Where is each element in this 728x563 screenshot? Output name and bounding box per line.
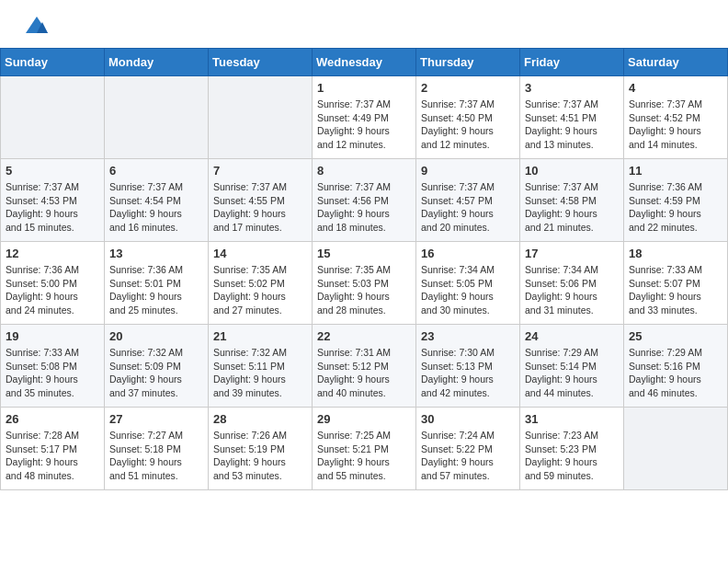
day-info: Sunrise: 7:28 AMSunset: 5:17 PMDaylight:… — [6, 429, 99, 483]
day-cell-15: 15Sunrise: 7:35 AMSunset: 5:03 PMDayligh… — [313, 242, 416, 325]
day-info: Sunrise: 7:31 AMSunset: 5:12 PMDaylight:… — [317, 346, 411, 400]
week-row-3: 12Sunrise: 7:36 AMSunset: 5:00 PMDayligh… — [1, 242, 728, 325]
week-row-4: 19Sunrise: 7:33 AMSunset: 5:08 PMDayligh… — [1, 325, 728, 408]
week-row-5: 26Sunrise: 7:28 AMSunset: 5:17 PMDayligh… — [1, 408, 728, 490]
empty-cell — [209, 76, 313, 159]
day-info-line: Sunrise: 7:37 AM — [109, 180, 203, 194]
day-info: Sunrise: 7:33 AMSunset: 5:07 PMDaylight:… — [629, 263, 722, 317]
day-info: Sunrise: 7:37 AMSunset: 4:58 PMDaylight:… — [525, 180, 619, 235]
day-info: Sunrise: 7:34 AMSunset: 5:06 PMDaylight:… — [525, 263, 619, 317]
day-info-line: Sunset: 4:57 PM — [421, 194, 515, 208]
day-info-line: Sunrise: 7:27 AM — [109, 429, 203, 442]
day-number: 12 — [6, 247, 99, 260]
day-info: Sunrise: 7:29 AMSunset: 5:14 PMDaylight:… — [525, 346, 619, 400]
day-info-line: and 44 minutes. — [525, 386, 619, 400]
day-number: 26 — [6, 412, 99, 426]
day-info-line: Sunrise: 7:26 AM — [213, 429, 307, 442]
day-info: Sunrise: 7:36 AMSunset: 5:01 PMDaylight:… — [109, 263, 203, 317]
day-info: Sunrise: 7:37 AMSunset: 4:52 PMDaylight:… — [629, 98, 722, 152]
day-info-line: Sunrise: 7:37 AM — [525, 98, 619, 111]
day-info-line: and 24 minutes. — [6, 304, 99, 317]
day-cell-4: 4Sunrise: 7:37 AMSunset: 4:52 PMDaylight… — [624, 76, 728, 159]
day-info-line: and 46 minutes. — [629, 386, 722, 400]
day-info: Sunrise: 7:37 AMSunset: 4:57 PMDaylight:… — [421, 180, 515, 235]
day-info-line: Daylight: 9 hours — [109, 455, 203, 469]
day-number: 7 — [213, 164, 307, 178]
day-info-line: Sunset: 5:22 PM — [421, 442, 515, 456]
day-info-line: Sunset: 5:00 PM — [6, 277, 99, 291]
day-cell-17: 17Sunrise: 7:34 AMSunset: 5:06 PMDayligh… — [520, 242, 624, 325]
day-info-line: Sunset: 5:11 PM — [213, 360, 307, 373]
week-row-2: 5Sunrise: 7:37 AMSunset: 4:53 PMDaylight… — [1, 159, 728, 242]
day-info-line: Sunrise: 7:23 AM — [525, 429, 619, 442]
day-info-line: and 12 minutes. — [317, 138, 411, 152]
day-info-line: and 30 minutes. — [421, 304, 515, 317]
day-info-line: Daylight: 9 hours — [421, 124, 515, 138]
day-info: Sunrise: 7:29 AMSunset: 5:16 PMDaylight:… — [629, 346, 722, 400]
logo — [20, 17, 50, 39]
day-info-line: and 35 minutes. — [6, 386, 99, 400]
day-info: Sunrise: 7:35 AMSunset: 5:03 PMDaylight:… — [317, 263, 411, 317]
day-info-line: and 40 minutes. — [317, 386, 411, 400]
day-info-line: Sunrise: 7:32 AM — [109, 346, 203, 360]
day-info-line: Sunset: 5:09 PM — [109, 360, 203, 373]
day-number: 31 — [525, 412, 619, 426]
day-info-line: and 28 minutes. — [317, 304, 411, 317]
day-info-line: and 27 minutes. — [213, 304, 307, 317]
day-cell-23: 23Sunrise: 7:30 AMSunset: 5:13 PMDayligh… — [416, 325, 520, 408]
day-info-line: Daylight: 9 hours — [6, 290, 99, 304]
day-info: Sunrise: 7:24 AMSunset: 5:22 PMDaylight:… — [421, 429, 515, 483]
day-number: 14 — [213, 247, 307, 260]
day-info-line: Sunset: 5:14 PM — [525, 360, 619, 373]
day-info-line: Daylight: 9 hours — [213, 373, 307, 386]
day-info-line: and 31 minutes. — [525, 304, 619, 317]
day-info-line: and 33 minutes. — [629, 304, 722, 317]
day-info-line: Daylight: 9 hours — [421, 373, 515, 386]
empty-cell — [105, 76, 209, 159]
day-info-line: Sunset: 5:01 PM — [109, 277, 203, 291]
day-number: 3 — [525, 81, 619, 95]
day-cell-10: 10Sunrise: 7:37 AMSunset: 4:58 PMDayligh… — [520, 159, 624, 242]
weekday-header-tuesday: Tuesday — [209, 49, 313, 76]
day-number: 24 — [525, 329, 619, 343]
day-info-line: Sunset: 4:59 PM — [629, 194, 722, 208]
day-number: 17 — [525, 247, 619, 260]
day-info-line: Sunset: 4:49 PM — [317, 111, 411, 125]
day-cell-16: 16Sunrise: 7:34 AMSunset: 5:05 PMDayligh… — [416, 242, 520, 325]
weekday-header-wednesday: Wednesday — [313, 49, 416, 76]
day-info-line: Sunset: 5:23 PM — [525, 442, 619, 456]
day-number: 23 — [421, 329, 515, 343]
day-info-line: Sunset: 5:03 PM — [317, 277, 411, 291]
day-info-line: and 13 minutes. — [525, 138, 619, 152]
day-info-line: Sunset: 5:17 PM — [6, 442, 99, 456]
day-info-line: Daylight: 9 hours — [421, 290, 515, 304]
day-number: 18 — [629, 247, 722, 260]
day-cell-30: 30Sunrise: 7:24 AMSunset: 5:22 PMDayligh… — [416, 408, 520, 490]
day-info-line: and 55 minutes. — [317, 469, 411, 483]
day-info-line: Sunrise: 7:28 AM — [6, 429, 99, 442]
day-number: 27 — [109, 412, 203, 426]
day-cell-28: 28Sunrise: 7:26 AMSunset: 5:19 PMDayligh… — [209, 408, 313, 490]
day-number: 5 — [6, 164, 99, 178]
day-info-line: and 37 minutes. — [109, 386, 203, 400]
day-cell-5: 5Sunrise: 7:37 AMSunset: 4:53 PMDaylight… — [1, 159, 105, 242]
day-info-line: Sunset: 4:50 PM — [421, 111, 515, 125]
day-info-line: Sunrise: 7:33 AM — [6, 346, 99, 360]
day-info-line: Daylight: 9 hours — [6, 373, 99, 386]
day-number: 8 — [317, 164, 411, 178]
day-info-line: Daylight: 9 hours — [317, 207, 411, 221]
day-info: Sunrise: 7:33 AMSunset: 5:08 PMDaylight:… — [6, 346, 99, 400]
day-info-line: and 53 minutes. — [213, 469, 307, 483]
day-info-line: Sunrise: 7:35 AM — [317, 263, 411, 277]
day-number: 22 — [317, 329, 411, 343]
day-info-line: Sunset: 5:19 PM — [213, 442, 307, 456]
day-info-line: Daylight: 9 hours — [317, 124, 411, 138]
day-info-line: and 16 minutes. — [109, 221, 203, 235]
day-info-line: and 21 minutes. — [525, 221, 619, 235]
day-number: 2 — [421, 81, 515, 95]
day-info-line: Sunrise: 7:29 AM — [629, 346, 722, 360]
day-cell-22: 22Sunrise: 7:31 AMSunset: 5:12 PMDayligh… — [313, 325, 416, 408]
day-info-line: and 48 minutes. — [6, 469, 99, 483]
day-info-line: Daylight: 9 hours — [525, 124, 619, 138]
day-info-line: Daylight: 9 hours — [109, 373, 203, 386]
